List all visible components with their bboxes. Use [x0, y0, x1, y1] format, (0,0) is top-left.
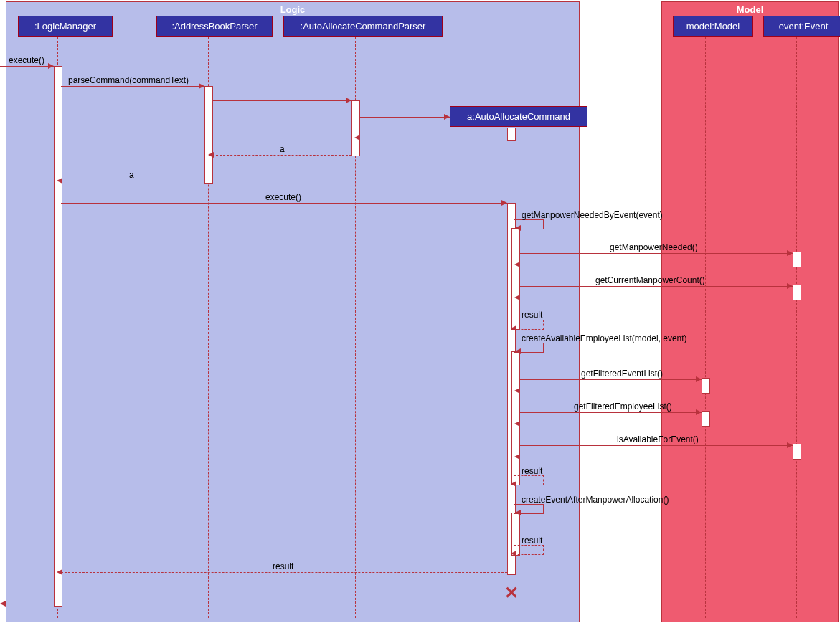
arrow-return-result-final: [61, 572, 507, 573]
activation-event-3: [793, 444, 801, 460]
activation-event-2: [793, 285, 801, 300]
label-get-manpower-needed: getManpowerNeeded(): [610, 242, 698, 252]
arrow-return-aacp: [359, 138, 507, 138]
arrowhead-create-aac: [444, 114, 450, 120]
selfreturn-result2: [514, 475, 544, 485]
arrowhead-return-a1: [208, 152, 214, 158]
arrowhead-abp-aacp: [346, 98, 351, 103]
label-parse-command: parseCommand(commandText): [68, 75, 189, 85]
arrow-parse-command: [61, 86, 204, 87]
arrowhead-parse-command: [199, 83, 204, 89]
arrow-return-is-available: [519, 457, 793, 457]
frame-logic: Logic: [6, 1, 580, 622]
arrowhead-return-filtered-event: [514, 388, 520, 394]
label-create-available-list: createAvailableEmployeeList(model, event…: [522, 333, 687, 343]
arrow-execute-cmd: [61, 203, 507, 204]
arrow-abp-aacp: [212, 100, 351, 101]
frame-model-label: Model: [737, 4, 764, 15]
arrow-return-manpower-needed: [519, 265, 793, 265]
arrowhead-return-a2: [57, 178, 62, 184]
lifeline-model: [705, 37, 706, 618]
frame-logic-label: Logic: [280, 4, 306, 15]
participant-auto-allocate-parser: :AutoAllocateCommandParser: [283, 16, 443, 37]
participant-auto-allocate-command: a:AutoAllocateCommand: [450, 106, 587, 127]
selfreturn-result1: [514, 320, 544, 330]
label-is-available: isAvailableForEvent(): [617, 434, 699, 444]
activation-auto-allocate-command-create: [507, 128, 516, 141]
arrow-create-aac: [359, 117, 450, 118]
arrow-return-filtered-event: [519, 391, 702, 391]
label-execute-in: execute(): [9, 55, 44, 65]
arrowhead-filtered-event-list: [696, 376, 702, 382]
arrowhead-return-is-available: [514, 454, 520, 460]
selfreturn-result3: [514, 545, 544, 555]
arrow-get-manpower-needed: [519, 253, 793, 254]
frame-model: Model: [661, 1, 839, 622]
label-current-manpower-count: getCurrentManpowerCount(): [595, 275, 705, 285]
activation-logic-manager: [54, 66, 62, 607]
arrow-filtered-event-list: [519, 379, 702, 380]
label-result1: result: [522, 310, 542, 320]
arrow-return-external: [0, 604, 54, 604]
arrowhead-selfreturn-result2: [511, 481, 516, 487]
arrow-current-manpower-count: [519, 286, 793, 287]
label-filtered-employee-list: getFilteredEmployeeList(): [574, 401, 672, 412]
label-result-final: result: [273, 561, 293, 571]
arrow-execute-in: [0, 66, 54, 67]
activation-event-1: [793, 252, 801, 267]
destroy-icon: ✕: [504, 583, 519, 603]
arrowhead-return-current-count: [514, 295, 520, 300]
activation-model-1: [702, 378, 710, 394]
label-return-a1: a: [280, 144, 285, 154]
activation-auto-allocate-command-sub2: [511, 351, 520, 485]
label-execute-cmd: execute(): [265, 192, 301, 202]
arrow-return-current-count: [519, 298, 793, 298]
activation-auto-allocate-command-sub1: [511, 228, 520, 330]
arrowhead-execute-cmd: [501, 200, 507, 206]
arrow-is-available: [519, 445, 793, 446]
label-return-a2: a: [129, 170, 134, 180]
arrowhead-self-create-event: [515, 510, 521, 515]
arrow-return-filtered-employee: [519, 424, 702, 424]
arrowhead-get-manpower-needed: [787, 250, 793, 256]
arrowhead-is-available: [787, 442, 793, 448]
lifeline-event: [796, 37, 797, 618]
participant-address-book-parser: :AddressBookParser: [156, 16, 273, 37]
arrowhead-return-filtered-employee: [514, 421, 520, 427]
participant-logic-manager: :LogicManager: [18, 16, 113, 37]
arrowhead-return-aacp: [354, 135, 360, 141]
arrowhead-return-external: [0, 601, 6, 607]
activation-auto-allocate-parser: [351, 100, 360, 156]
arrowhead-return-result-final: [57, 569, 62, 575]
label-result3: result: [522, 536, 542, 546]
arrowhead-selfreturn-result3: [511, 551, 516, 556]
arrowhead-filtered-employee-list: [696, 409, 702, 415]
arrowhead-execute-in: [48, 63, 54, 69]
arrow-filtered-employee-list: [519, 412, 702, 413]
label-create-event-after: createEventAfterManpowerAllocation(): [522, 495, 669, 505]
arrowhead-selfreturn-result1: [511, 325, 516, 331]
label-filtered-event-list: getFilteredEventList(): [581, 368, 663, 379]
arrow-return-a2: [61, 181, 204, 181]
arrow-return-a1: [212, 155, 351, 156]
label-manpower-by-event: getManpowerNeededByEvent(event): [522, 210, 663, 220]
arrowhead-self-create-available: [515, 348, 521, 354]
label-result2: result: [522, 466, 542, 476]
participant-event: event:Event: [763, 16, 840, 37]
arrowhead-current-manpower-count: [787, 283, 793, 289]
arrowhead-self-manpower: [515, 225, 521, 231]
activation-model-2: [702, 411, 710, 427]
arrowhead-return-manpower-needed: [514, 262, 520, 267]
participant-model: model:Model: [673, 16, 753, 37]
sequence-diagram: Logic Model :LogicManager :AddressBookPa…: [0, 0, 840, 623]
